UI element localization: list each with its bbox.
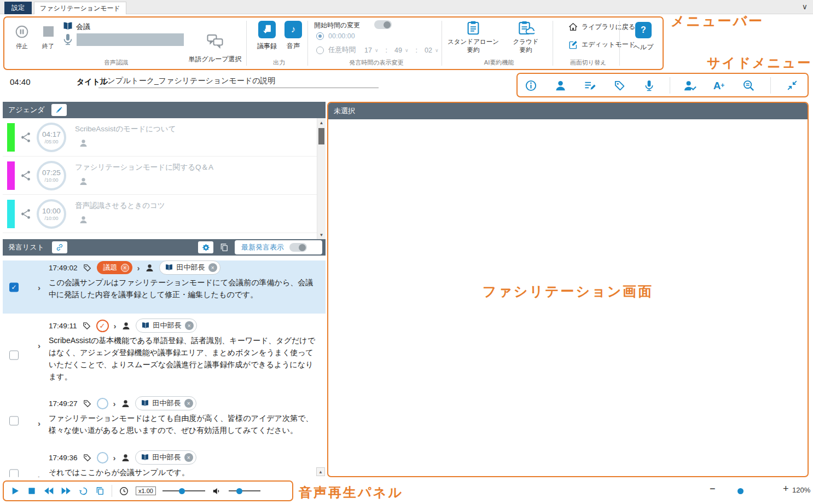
info-button[interactable]	[524, 78, 538, 92]
person-icon[interactable]	[121, 399, 130, 408]
speech-checkbox[interactable]: ✓	[9, 350, 19, 360]
zoom-in-button[interactable]: +	[783, 483, 789, 495]
speech-settings-button[interactable]	[198, 241, 213, 253]
speech-item[interactable]: ✓ 17:49:02 議題 × › 田中部長 × › この会議サンプルはファシリ…	[3, 260, 326, 314]
word-group-button[interactable]	[190, 33, 240, 49]
minute-select[interactable]: 49∨	[394, 47, 409, 54]
person-icon[interactable]	[145, 263, 154, 273]
summary-check-icon[interactable]: ✓	[96, 320, 109, 332]
zoom-slider-handle[interactable]	[737, 488, 744, 494]
tag-icon[interactable]	[83, 453, 92, 462]
font-size-button[interactable]: A+	[712, 78, 726, 92]
speaker-pill[interactable]: 田中部長 ×	[135, 450, 196, 465]
person-icon[interactable]	[121, 321, 131, 331]
word-group-label[interactable]: 単語グループ選択	[175, 55, 255, 64]
speech-text[interactable]: ScribeAssistの基本機能である単語登録、話者識別、キーワード、タグだけ…	[49, 334, 316, 383]
agenda-item[interactable]: 10:00 /10:00 音声認識させるときのコツ	[3, 195, 326, 233]
tab-facilitation-mode[interactable]: ファシリテーションモード	[34, 2, 126, 14]
tag-icon[interactable]	[83, 399, 92, 408]
scroll-up-button[interactable]: ▲	[316, 467, 325, 476]
back-to-library-button[interactable]: ライブラリに戻る	[568, 22, 635, 32]
summary-circle-icon[interactable]	[97, 398, 108, 409]
speed-value[interactable]: x1.00	[136, 486, 156, 495]
start-time-toggle[interactable]	[374, 20, 392, 31]
speaker-remove-icon[interactable]: ×	[208, 263, 217, 272]
volume-slider[interactable]	[229, 490, 260, 491]
stop-button[interactable]	[27, 486, 37, 496]
tag-icon[interactable]	[83, 263, 92, 273]
chevron-right-icon[interactable]: ›	[113, 399, 116, 408]
stop-button[interactable]: 停止	[10, 25, 34, 50]
rewind-button[interactable]	[43, 485, 54, 496]
speaker-button[interactable]	[553, 78, 567, 92]
chevron-right-icon[interactable]: ›	[114, 322, 117, 330]
speech-checkbox[interactable]: ✓	[9, 282, 19, 292]
speech-text[interactable]: ファシリテーションモードはとても自由度が高く、皆様のアイデア次第で、様々な使い道…	[49, 412, 316, 436]
chevron-right-icon[interactable]: ›	[137, 264, 140, 272]
audio-export-button[interactable]: ♪ 音声	[276, 21, 311, 51]
any-time-radio[interactable]	[316, 47, 324, 54]
speaker-remove-icon[interactable]: ×	[184, 399, 193, 408]
latest-speech-toggle[interactable]	[289, 243, 307, 252]
second-select[interactable]: 02∨	[425, 47, 439, 54]
speaker-pill[interactable]: 田中部長 ×	[136, 318, 197, 333]
chevron-down-icon[interactable]: ∨	[802, 2, 808, 11]
speaker-pill[interactable]: 田中部長 ×	[135, 396, 196, 410]
share-icon[interactable]	[20, 170, 32, 182]
time-zero-radio[interactable]	[316, 32, 324, 40]
end-button[interactable]: 終了	[36, 26, 60, 50]
speaker-pill[interactable]: 田中部長 ×	[159, 260, 220, 275]
speed-slider[interactable]	[162, 490, 205, 491]
title-input[interactable]	[98, 76, 379, 88]
speaker-remove-icon[interactable]: ×	[184, 453, 193, 462]
fast-forward-button[interactable]	[61, 485, 72, 496]
search-text-button[interactable]	[741, 78, 756, 92]
badge-remove-icon[interactable]: ×	[121, 264, 129, 272]
share-icon[interactable]	[20, 131, 32, 143]
zoom-out-button[interactable]: −	[710, 483, 716, 495]
standalone-summary-button[interactable]: スタンドアローン 要約	[443, 20, 503, 54]
speed-slider-handle[interactable]	[179, 488, 185, 494]
scroll-up-button[interactable]: ▲	[317, 118, 326, 127]
expand-chevron-icon[interactable]: ›	[38, 283, 40, 292]
summary-circle-icon[interactable]	[97, 452, 108, 464]
share-icon[interactable]	[20, 208, 32, 220]
mic-button[interactable]	[642, 78, 656, 92]
tag-button[interactable]	[612, 78, 626, 92]
expand-chevron-icon[interactable]: ›	[38, 473, 40, 477]
speech-checkbox[interactable]: ✓	[9, 469, 19, 477]
expand-chevron-icon[interactable]: ›	[38, 341, 40, 350]
agenda-item[interactable]: 04:17 /05:00 ScribeAssistのモードについて	[3, 118, 326, 157]
chevron-right-icon[interactable]: ›	[113, 454, 116, 462]
copy-button[interactable]	[219, 242, 229, 252]
replay-button[interactable]	[78, 486, 89, 496]
speaker-remove-icon[interactable]: ×	[185, 321, 194, 330]
tag-icon[interactable]	[82, 321, 91, 331]
volume-slider-handle[interactable]	[236, 488, 242, 494]
cloud-summary-button[interactable]: クラウド 要約	[496, 20, 556, 54]
speaker-identify-button[interactable]	[682, 78, 698, 92]
scroll-down-button[interactable]: ▼	[317, 230, 326, 239]
agenda-scrollbar[interactable]: ▲ ▼	[317, 118, 326, 239]
edit-list-button[interactable]	[583, 78, 597, 92]
hour-select[interactable]: 17∨	[364, 47, 379, 54]
help-button[interactable]: ? ヘルプ	[631, 22, 655, 52]
scroll-thumb[interactable]	[318, 128, 324, 144]
topic-badge[interactable]: 議題 ×	[97, 261, 132, 274]
speech-item[interactable]: ✓ 17:49:11 ✓ › 田中部長 × › ScribeAssistの基本機…	[3, 318, 326, 391]
speech-item[interactable]: ✓ 17:49:36 › 田中部長 × › それではここからが会議サンプルです。	[3, 450, 326, 477]
speech-text[interactable]: この会議サンプルはファシリテーションモードにて会議前の準備から、会議中に発話した…	[49, 276, 316, 300]
agenda-edit-button[interactable]	[51, 104, 67, 116]
edit-mode-button[interactable]: エディットモード	[568, 39, 635, 50]
expand-chevron-icon[interactable]: ›	[38, 419, 40, 428]
speech-item[interactable]: ✓ 17:49:27 › 田中部長 × › ファシリテーションモードはとても自由…	[3, 396, 326, 445]
agenda-item[interactable]: 07:25 /10:00 ファシリテーションモードに関するQ＆A	[3, 157, 326, 195]
speech-checkbox[interactable]: ✓	[9, 416, 19, 426]
play-button[interactable]	[10, 486, 20, 496]
copy-speech-button[interactable]	[95, 486, 105, 496]
person-icon[interactable]	[121, 453, 130, 462]
link-button[interactable]	[52, 241, 67, 253]
tab-settings[interactable]: 設定	[4, 2, 32, 14]
speech-text[interactable]: それではここからが会議サンプルです。	[49, 466, 316, 477]
collapse-button[interactable]	[785, 78, 799, 92]
